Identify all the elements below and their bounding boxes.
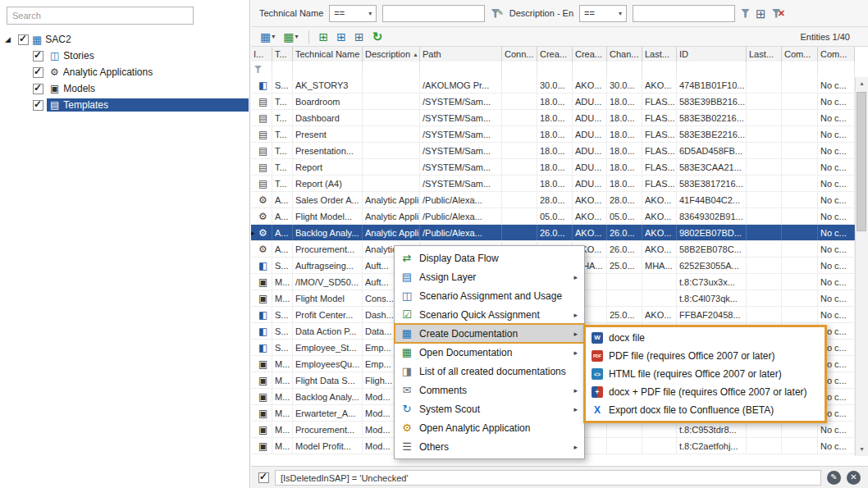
filter-cell-1[interactable] <box>272 62 293 77</box>
column-header-crea-6[interactable]: Crea... <box>537 47 573 62</box>
scroll-thumb[interactable] <box>857 92 866 231</box>
search-input[interactable] <box>7 7 194 25</box>
filter-cell-8[interactable] <box>607 62 642 77</box>
menu-item-display-data-flow[interactable]: ⇄Display Data Flow <box>395 249 584 267</box>
column-header-crea-7[interactable]: Crea... <box>573 47 607 62</box>
column-header-t-1[interactable]: T... <box>272 47 293 62</box>
column-header-last-9[interactable]: Last... <box>642 47 677 62</box>
filter-cell-11[interactable] <box>747 62 782 77</box>
sort-ascending-icon: ▲ <box>413 52 418 57</box>
filter-cell-2[interactable] <box>293 62 363 77</box>
menu-item-comments[interactable]: ✉Comments▸ <box>395 381 584 399</box>
cell-last2 <box>747 290 782 306</box>
filter-cell-4[interactable] <box>420 62 502 77</box>
edit-filter-button[interactable]: ✎ <box>827 471 841 485</box>
filter-cell-10[interactable] <box>677 62 747 77</box>
submenu-item-docx-pdf-file-requires-office-2007-or-later[interactable]: +docx + PDF file (requires Office 2007 o… <box>586 383 825 401</box>
submenu-item-html-file-requires-office-2007-or-later[interactable]: <>HTML file (requires Office 2007 or lat… <box>586 365 825 383</box>
column-header-description-3[interactable]: Description▲ <box>363 47 420 62</box>
table-row[interactable]: ⚙A...Flight Model...Analytic Appli.../Pu… <box>251 208 855 225</box>
column-header-conn-5[interactable]: Conn... <box>502 47 537 62</box>
column-header-chan-8[interactable]: Chan... <box>607 47 642 62</box>
tree-item-sac2[interactable]: ◢ ▦ SAC2 <box>0 31 249 48</box>
copy-table-button[interactable]: ⊞ <box>334 30 349 43</box>
column-layout-icon[interactable]: ⊞ <box>756 7 766 20</box>
table-row[interactable]: ◧S...AK_STORY3/AKOLMOG Pr...30.0...AKO..… <box>251 77 855 93</box>
menu-item-scenario-quick-assignment[interactable]: ☑Scenario Quick Assignment▸ <box>395 305 584 324</box>
table-row[interactable]: ▤T...Report/SYSTEM/Sam...18.0...ADU...18… <box>251 159 855 176</box>
cell-name: Auftragseing... <box>293 258 363 273</box>
filter-cell-7[interactable] <box>573 62 607 77</box>
filter-cell-9[interactable] <box>642 62 677 77</box>
cell-name: Profit Center... <box>293 307 363 322</box>
tree-root-checkbox[interactable] <box>18 34 29 45</box>
cell-icon: ▤ <box>251 110 272 125</box>
table-row[interactable]: ▤T...Boardroom/SYSTEM/Sam...18.0...ADU..… <box>251 93 855 110</box>
column-header-path-4[interactable]: Path <box>420 47 502 62</box>
filter-cell-6[interactable] <box>537 62 573 77</box>
cell-conn <box>502 159 537 175</box>
menu-item-others[interactable]: ☰Others▸ <box>395 437 584 456</box>
cell-name: Report <box>293 159 363 175</box>
operator-dropdown-technical-name[interactable]: == ▾ <box>329 5 377 22</box>
filter-value-input-description[interactable] <box>633 5 735 22</box>
column-header-technical-name-2[interactable]: Technical Name <box>293 47 363 62</box>
table-row[interactable]: ▤T...Dashboard/SYSTEM/Sam...18.0...ADU..… <box>251 110 855 126</box>
menu-item-list-of-all-created-documentations[interactable]: ◨List of all created documentations <box>395 362 584 381</box>
checkbox[interactable] <box>33 100 43 111</box>
submenu-item-export-docx-file-to-confluence-beta[interactable]: XExport docx file to Confluence (BETA) <box>586 401 825 419</box>
menu-item-scenario-assignment-and-usage[interactable]: ◫Scenario Assignment and Usage <box>395 286 584 305</box>
column-header-id-10[interactable]: ID <box>677 47 747 62</box>
filter-value-input-technical-name[interactable] <box>382 5 485 22</box>
filter-cell-13[interactable] <box>818 62 855 77</box>
filter-cell-3[interactable] <box>363 62 420 77</box>
checkbox[interactable] <box>33 67 43 78</box>
tree-item-analytic-applications[interactable]: ⚙Analytic Applications <box>0 64 249 80</box>
tree-item-templates[interactable]: ▤Templates <box>0 97 249 113</box>
filter-cell-12[interactable] <box>782 62 818 77</box>
cell-last1: MHA... <box>642 258 677 273</box>
checkbox[interactable] <box>33 84 43 94</box>
tree-item-highlight: ▤Templates <box>47 98 249 112</box>
operator-dropdown-description[interactable]: == ▾ <box>579 5 627 22</box>
open-documentation-button[interactable]: ▦ ▾ <box>281 30 300 43</box>
clear-filters-icon[interactable]: ✕ <box>772 8 785 19</box>
scroll-down-arrow[interactable]: ▾ <box>856 443 868 456</box>
export-table-button[interactable]: ⊞ <box>352 30 367 43</box>
column-header-com-13[interactable]: Com... <box>818 47 855 62</box>
checkbox[interactable] <box>33 51 43 62</box>
table-row[interactable]: ▤T...Report (A4)/SYSTEM/Sam...18.0...ADU… <box>251 176 855 192</box>
scroll-up-arrow[interactable]: ▴ <box>856 77 868 90</box>
column-header-last-11[interactable]: Last... <box>747 47 782 62</box>
table-row[interactable]: ⚙A...Sales Order A...Analytic Appli.../P… <box>251 192 855 208</box>
menu-item-label: Assign Layer <box>419 271 568 283</box>
table-row[interactable]: ▤T...Present/SYSTEM/Sam...18.0...ADU...1… <box>251 126 855 143</box>
menu-item-create-documentation[interactable]: ▦Create Documentation▸ <box>395 324 584 343</box>
create-documentation-button[interactable]: ▦ ▾ <box>258 30 277 43</box>
app-icon: ⚙ <box>258 212 267 221</box>
menu-item-system-scout[interactable]: ↻System Scout▸ <box>395 399 584 418</box>
tree-item-stories[interactable]: ◫Stories <box>0 48 249 64</box>
refresh-icon: ↻ <box>372 30 383 43</box>
table-row[interactable]: ▤T...Presentation.../SYSTEM/Sam...18.0..… <box>251 143 855 159</box>
expand-arrow-icon[interactable]: ◢ <box>5 35 15 43</box>
column-header-i-0[interactable]: I... <box>251 47 272 62</box>
export-excel-button[interactable]: ⊞ <box>317 30 331 43</box>
cell-com1 <box>782 93 818 109</box>
submenu-item-pdf-file-requires-office-2007-or-later[interactable]: PDFPDF file (requires Office 2007 or lat… <box>586 347 825 365</box>
menu-item-open-analytic-application[interactable]: ⚙Open Analytic Application <box>395 418 584 437</box>
tree-item-models[interactable]: ▣Models <box>0 80 249 97</box>
table-row[interactable]: ▸⚙A...Backlog Analy...Analytic Appli.../… <box>251 225 855 241</box>
menu-item-open-documentation[interactable]: ▦Open Documentation▸ <box>395 343 584 362</box>
clear-filter-button[interactable]: ✕ <box>847 471 861 485</box>
menu-item-assign-layer[interactable]: ▤Assign Layer▸ <box>395 267 584 286</box>
status-filter-checkbox[interactable] <box>258 472 269 483</box>
submenu-item-docx-file[interactable]: Wdocx file <box>586 329 825 347</box>
filter-cell-5[interactable] <box>502 62 537 77</box>
apply-filter-icon[interactable]: ✎ <box>491 9 504 18</box>
refresh-button[interactable]: ↻ <box>370 30 386 43</box>
vertical-scrollbar[interactable]: ▴ ▾ <box>855 77 868 456</box>
column-header-com-12[interactable]: Com... <box>782 47 818 62</box>
filter-icon[interactable] <box>741 9 750 18</box>
filter-cell-0[interactable] <box>251 62 272 77</box>
